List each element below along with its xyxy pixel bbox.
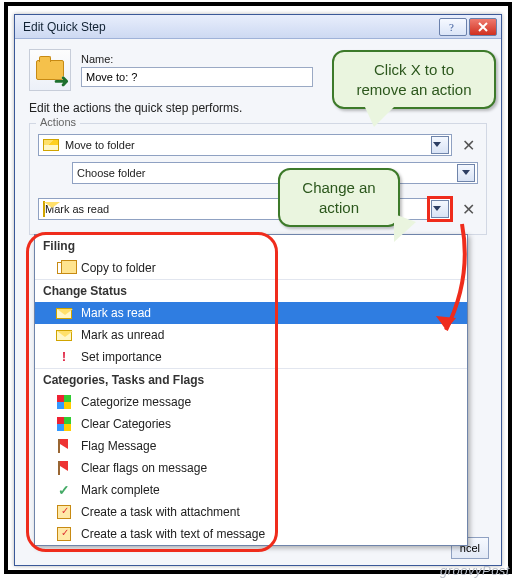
clear-flag-icon [55, 460, 73, 476]
choose-folder-combo[interactable]: Choose folder [72, 162, 478, 184]
dropdown-item-mark-as-unread[interactable]: Mark as unread [35, 324, 467, 346]
action-2-dropdown-button[interactable] [431, 200, 449, 218]
help-button[interactable]: ? [439, 18, 467, 36]
move-to-folder-icon [43, 139, 59, 151]
mark-unread-icon [55, 327, 73, 343]
clear-categories-icon [55, 416, 73, 432]
action-row-1: Move to folder ✕ [38, 134, 478, 156]
watermark: groovyPost [440, 563, 510, 578]
action-2-remove-button[interactable]: ✕ [458, 200, 478, 219]
dropdown-item-copy-to-folder[interactable]: Copy to folder [35, 257, 467, 279]
dropdown-group-categories: Categories, Tasks and Flags [35, 368, 467, 391]
flag-icon [55, 438, 73, 454]
titlebar: Edit Quick Step ? [15, 15, 501, 39]
copy-to-folder-icon [55, 260, 73, 276]
actions-group: Actions Move to folder ✕ Choose folder [29, 123, 487, 235]
action-1-dropdown-button[interactable] [431, 136, 449, 154]
mark-as-read-icon [43, 202, 45, 216]
action-1-label: Move to folder [65, 139, 431, 151]
window-title: Edit Quick Step [23, 20, 106, 34]
annotation-callout-change: Change an action [278, 168, 400, 227]
dropdown-item-clear-flags[interactable]: Clear flags on message [35, 457, 467, 479]
annotation-callout-remove: Click X to to remove an action [332, 50, 496, 109]
dropdown-item-task-attachment[interactable]: Create a task with attachment [35, 501, 467, 523]
mark-read-icon [55, 305, 73, 321]
choose-folder-label: Choose folder [77, 167, 457, 179]
action-dropdown-list[interactable]: Filing Copy to folder Change Status Mark… [34, 234, 468, 546]
action-1-remove-button[interactable]: ✕ [458, 136, 478, 155]
check-icon: ✓ [55, 482, 73, 498]
name-input[interactable] [81, 67, 313, 87]
svg-text:?: ? [449, 22, 454, 32]
choose-folder-dropdown-button[interactable] [457, 164, 475, 182]
importance-icon: ! [55, 349, 73, 365]
task-text-icon [55, 526, 73, 542]
dropdown-item-categorize[interactable]: Categorize message [35, 391, 467, 413]
dropdown-item-flag-message[interactable]: Flag Message [35, 435, 467, 457]
dropdown-item-set-importance[interactable]: ! Set importance [35, 346, 467, 368]
dropdown-group-change-status: Change Status [35, 279, 467, 302]
quick-step-icon[interactable]: ➜ [29, 49, 71, 91]
close-button[interactable] [469, 18, 497, 36]
actions-group-label: Actions [36, 116, 80, 128]
dropdown-item-clear-categories[interactable]: Clear Categories [35, 413, 467, 435]
action-1-combo[interactable]: Move to folder [38, 134, 452, 156]
action-1-subrow: Choose folder [38, 162, 478, 184]
task-attachment-icon [55, 504, 73, 520]
dropdown-item-mark-complete[interactable]: ✓ Mark complete [35, 479, 467, 501]
dropdown-item-task-text[interactable]: Create a task with text of message [35, 523, 467, 545]
dropdown-item-mark-as-read[interactable]: Mark as read [35, 302, 467, 324]
categorize-icon [55, 394, 73, 410]
